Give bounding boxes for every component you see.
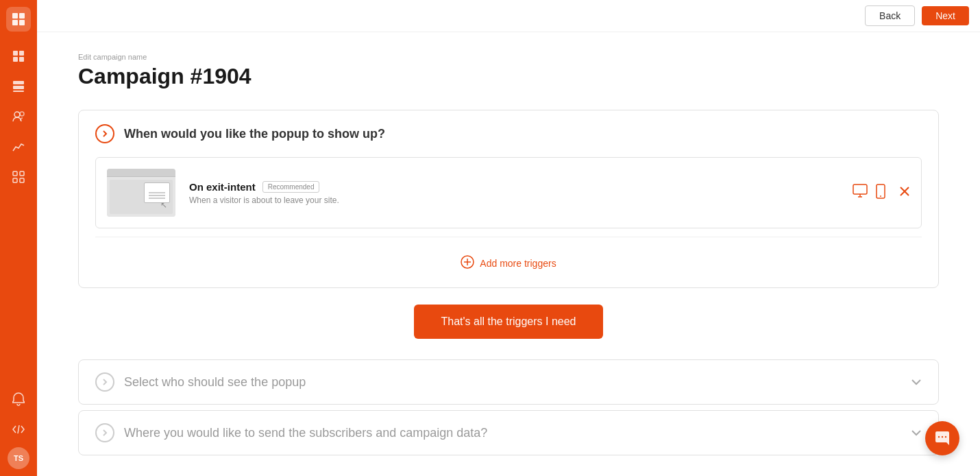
sidebar-item-analytics[interactable] bbox=[6, 134, 31, 159]
notification-icon[interactable] bbox=[6, 387, 31, 412]
trigger-section: When would you like the popup to show up… bbox=[78, 110, 939, 288]
trigger-section-icon bbox=[95, 124, 114, 143]
sidebar-logo[interactable] bbox=[6, 7, 31, 32]
triggers-done-button[interactable]: That's all the triggers I need bbox=[414, 305, 604, 339]
sidebar-item-dashboard[interactable] bbox=[6, 44, 31, 69]
trigger-description: When a visitor is about to leave your si… bbox=[189, 195, 853, 205]
page-content: Edit campaign name Campaign #1904 When w… bbox=[37, 32, 980, 476]
svg-rect-6 bbox=[13, 57, 18, 62]
audience-section-icon bbox=[95, 372, 114, 392]
sidebar-item-users[interactable] bbox=[6, 104, 31, 129]
integration-section-icon bbox=[95, 423, 114, 442]
svg-rect-2 bbox=[12, 20, 18, 25]
svg-rect-7 bbox=[19, 57, 24, 62]
trigger-section-header: When would you like the popup to show up… bbox=[79, 110, 938, 157]
trigger-row: ↖ On exit-intent Recommended When a visi… bbox=[95, 157, 922, 228]
code-icon[interactable] bbox=[6, 417, 31, 442]
svg-line-17 bbox=[18, 425, 19, 433]
svg-point-30 bbox=[945, 436, 946, 438]
add-more-triggers-button[interactable]: Add more triggers bbox=[95, 248, 922, 274]
sidebar-item-widgets[interactable] bbox=[6, 165, 31, 189]
next-button[interactable]: Next bbox=[922, 6, 969, 25]
svg-point-11 bbox=[14, 112, 20, 117]
svg-rect-3 bbox=[19, 20, 25, 25]
trigger-divider bbox=[95, 237, 922, 237]
audience-section-title: Select who should see the popup bbox=[124, 375, 306, 390]
page-title: Campaign #1904 bbox=[78, 64, 939, 89]
svg-rect-15 bbox=[13, 178, 17, 182]
svg-rect-0 bbox=[12, 13, 18, 19]
recommended-badge: Recommended bbox=[262, 181, 320, 193]
svg-rect-1 bbox=[19, 13, 25, 19]
svg-point-22 bbox=[880, 195, 881, 197]
trigger-name: On exit-intent Recommended bbox=[189, 181, 853, 193]
integration-section-header[interactable]: Where you would like to send the subscri… bbox=[79, 411, 938, 455]
add-circle-icon bbox=[461, 255, 474, 271]
trigger-section-title: When would you like the popup to show up… bbox=[124, 127, 385, 141]
audience-section: Select who should see the popup bbox=[78, 359, 939, 405]
svg-rect-18 bbox=[853, 185, 867, 194]
svg-rect-8 bbox=[13, 81, 24, 84]
integration-section: Where you would like to send the subscri… bbox=[78, 410, 939, 455]
chat-bubble-button[interactable] bbox=[925, 421, 959, 455]
svg-rect-9 bbox=[13, 86, 24, 89]
user-avatar[interactable]: TS bbox=[8, 447, 29, 469]
add-more-triggers-label: Add more triggers bbox=[480, 258, 556, 269]
svg-rect-16 bbox=[20, 178, 24, 182]
svg-rect-14 bbox=[20, 171, 24, 176]
cta-container: That's all the triggers I need bbox=[78, 305, 939, 339]
desktop-icon bbox=[853, 184, 870, 202]
mobile-icon bbox=[876, 184, 885, 202]
back-button[interactable]: Back bbox=[865, 5, 915, 26]
trigger-content: ↖ On exit-intent Recommended When a visi… bbox=[79, 157, 938, 287]
sidebar: TS bbox=[0, 0, 37, 476]
svg-rect-13 bbox=[13, 171, 17, 176]
svg-rect-10 bbox=[13, 91, 24, 92]
audience-section-header[interactable]: Select who should see the popup bbox=[79, 360, 938, 404]
main-content: Back Next Edit campaign name Campaign #1… bbox=[37, 0, 980, 476]
svg-rect-5 bbox=[19, 51, 24, 56]
integration-chevron-icon bbox=[911, 427, 922, 439]
trigger-info: On exit-intent Recommended When a visito… bbox=[189, 181, 853, 205]
integration-section-title: Where you would like to send the subscri… bbox=[124, 426, 487, 440]
svg-rect-4 bbox=[13, 51, 18, 56]
trigger-preview-image: ↖ bbox=[107, 169, 175, 217]
trigger-device-icons bbox=[853, 184, 885, 202]
top-navigation: Back Next bbox=[37, 0, 980, 32]
audience-chevron-icon bbox=[911, 376, 922, 388]
trigger-close-button[interactable] bbox=[899, 186, 910, 200]
svg-point-29 bbox=[942, 436, 943, 438]
svg-point-28 bbox=[938, 436, 940, 438]
edit-campaign-label[interactable]: Edit campaign name bbox=[78, 53, 939, 61]
sidebar-item-grid[interactable] bbox=[6, 74, 31, 99]
svg-point-12 bbox=[20, 112, 24, 116]
